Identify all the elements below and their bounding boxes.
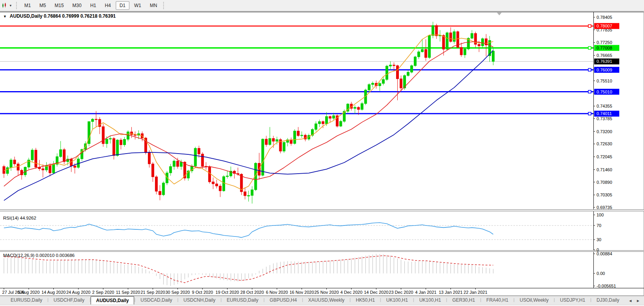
candle-body bbox=[173, 161, 175, 167]
hline-handle-0.75010[interactable] bbox=[588, 90, 591, 93]
chart-canvas[interactable]: 0.784050.778350.772500.766650.760800.755… bbox=[0, 0, 644, 306]
candle-body bbox=[148, 153, 151, 164]
timeframe-button-d1[interactable]: D1 bbox=[116, 1, 129, 10]
price-axis-label: 0.77250 bbox=[597, 40, 612, 45]
tab-scroll-arrows: ◄ ► bbox=[624, 296, 644, 305]
tab-gbpusd-h4-6[interactable]: GBPUSD,H4 bbox=[265, 296, 302, 305]
tab-eurusd-daily-5[interactable]: EURUSD,Daily bbox=[222, 296, 264, 305]
chart-symbol-period: AUDUSD,Daily bbox=[10, 13, 42, 19]
tab-uk100-h1-9[interactable]: UK100,H1 bbox=[381, 296, 413, 305]
toolbar-grip[interactable] bbox=[16, 2, 17, 9]
candle-body bbox=[35, 150, 37, 167]
price-axis-label: 0.71460 bbox=[597, 167, 612, 172]
time-axis-label: 16 Nov 2020 bbox=[289, 290, 314, 295]
price-axis-label: 0.74355 bbox=[597, 104, 612, 108]
candle-body bbox=[300, 135, 303, 136]
candle-body bbox=[123, 139, 126, 145]
chart-frame bbox=[0, 12, 644, 296]
tab-uk100-h1-10[interactable]: UK100,H1 bbox=[414, 296, 446, 305]
candle-body bbox=[418, 52, 420, 57]
macd-label: MACD(12,26,9) 0.002010 0.003686 bbox=[3, 253, 75, 258]
timeframe-button-h1[interactable]: H1 bbox=[86, 1, 100, 10]
timeframe-button-mn[interactable]: MN bbox=[146, 1, 161, 10]
candle-body bbox=[17, 164, 19, 170]
tab-hk50-h1-8[interactable]: HK50,H1 bbox=[351, 296, 380, 305]
candle-body bbox=[428, 36, 431, 58]
candle-body bbox=[276, 139, 278, 141]
candle-body bbox=[421, 49, 424, 52]
time-axis-label: 2 Sep 2020 bbox=[92, 290, 114, 295]
tab-fra40-h1-12[interactable]: FRA40,H1 bbox=[481, 296, 513, 305]
time-axis-label: 6 Nov 2020 bbox=[266, 290, 288, 295]
hline-handle-0.77008[interactable] bbox=[588, 46, 591, 49]
tab-usdchf-daily-1[interactable]: USDCHF,Daily bbox=[49, 296, 90, 305]
tab-usdjpy-h1-14[interactable]: USDJPY,H1 bbox=[555, 296, 590, 305]
chart-menu-caret-icon[interactable]: ▼ bbox=[3, 15, 7, 18]
timeframe-button-w1[interactable]: W1 bbox=[130, 1, 145, 10]
timeframe-button-m30[interactable]: M30 bbox=[69, 1, 86, 10]
time-axis-label: 9 Oct 2020 bbox=[192, 290, 213, 295]
candle-body bbox=[378, 83, 381, 86]
candle-body bbox=[152, 164, 154, 177]
candle-body bbox=[262, 139, 264, 175]
candle-body bbox=[159, 191, 161, 195]
candle-body bbox=[326, 117, 328, 124]
tab-scroll-left-icon[interactable]: ◄ bbox=[628, 299, 632, 303]
time-axis-label: 13 Jan 2021 bbox=[439, 290, 463, 295]
macd-axis-label: 0.00884 bbox=[597, 251, 612, 256]
candle-body bbox=[329, 117, 331, 118]
candle-body bbox=[194, 148, 196, 166]
chart-background bbox=[0, 12, 644, 295]
chart-tool-button[interactable]: ▼ bbox=[0, 1, 15, 10]
timeframe-button-h4[interactable]: H4 bbox=[101, 1, 115, 10]
candle-body bbox=[109, 138, 111, 139]
time-axis-label: 21 Sep 2020 bbox=[140, 290, 165, 295]
candle-body bbox=[471, 33, 473, 38]
candle-body bbox=[382, 79, 384, 83]
candle-body bbox=[290, 140, 292, 143]
candle-body bbox=[389, 65, 391, 66]
tab-usdcad-daily-3[interactable]: USDCAD,Daily bbox=[135, 296, 177, 305]
candle-body bbox=[201, 154, 204, 166]
tab-eurusd-daily-0[interactable]: EURUSD,Daily bbox=[5, 296, 47, 305]
price-axis-label: 0.69735 bbox=[597, 205, 612, 210]
toolbar-grip[interactable] bbox=[163, 2, 164, 9]
candle-body bbox=[53, 164, 55, 173]
hline-handle-0.78007[interactable] bbox=[588, 25, 591, 27]
price-axis-label: 0.72045 bbox=[597, 154, 612, 159]
candle-body bbox=[460, 48, 462, 55]
symbol-tab-bar: EURUSD,Daily|USDCHF,Daily|AUDUSD,Daily|U… bbox=[0, 296, 644, 305]
tab-usdcnh-daily-4[interactable]: USDCNH,Daily bbox=[178, 296, 220, 305]
candle-body bbox=[272, 138, 275, 141]
hline-handle-0.76009[interactable] bbox=[588, 68, 591, 71]
time-axis-label: 11 Sep 2020 bbox=[116, 290, 140, 295]
candle-body bbox=[42, 169, 44, 170]
tab-xauusd-weekly-7[interactable]: XAUUSD,Weekly bbox=[303, 296, 349, 305]
price-badge-label: 0.76391 bbox=[597, 59, 612, 64]
time-axis-label: 22 Jan 2021 bbox=[464, 290, 488, 295]
candle-body bbox=[31, 150, 33, 160]
candle-body bbox=[442, 35, 445, 49]
tab-audusd-daily-2[interactable]: AUDUSD,Daily bbox=[91, 296, 134, 305]
timeframe-button-m5[interactable]: M5 bbox=[36, 1, 50, 10]
tab-scroll-right-icon[interactable]: ► bbox=[636, 299, 640, 303]
candle-body bbox=[361, 104, 363, 110]
candle-body bbox=[95, 119, 97, 120]
candle-body bbox=[340, 121, 342, 126]
price-axis-label: 0.72630 bbox=[597, 141, 612, 146]
timeframe-button-m15[interactable]: M15 bbox=[51, 1, 67, 10]
hline-handle-0.74011[interactable] bbox=[588, 112, 591, 115]
candle-body bbox=[435, 26, 438, 36]
candle-body bbox=[396, 66, 398, 79]
timeframe-button-m1[interactable]: M1 bbox=[20, 1, 35, 10]
rsi-axis-label: 100 bbox=[597, 213, 604, 217]
tab-ger30-h1-11[interactable]: GER30,H1 bbox=[447, 296, 480, 305]
tab-usoil-weekly-13[interactable]: USOil,Weekly bbox=[515, 296, 554, 305]
candle-body bbox=[453, 32, 455, 42]
candle-body bbox=[176, 161, 179, 167]
tab-dj30-daily-15[interactable]: DJ30,Daily bbox=[591, 296, 624, 305]
candle-body bbox=[212, 182, 214, 184]
candle-body bbox=[116, 140, 118, 156]
price-axis-label: 0.75510 bbox=[597, 79, 612, 83]
candle-body bbox=[127, 132, 129, 139]
